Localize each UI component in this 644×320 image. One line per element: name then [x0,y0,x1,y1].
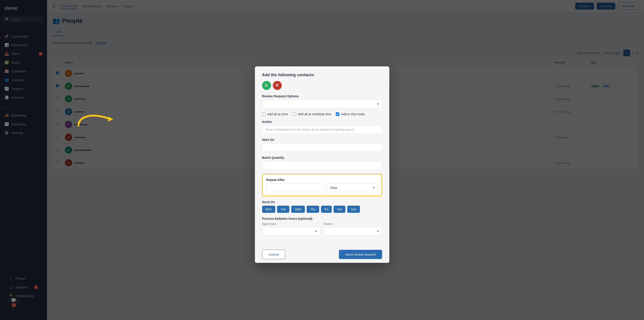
start-from-group: Start From [262,222,320,235]
modal-dialog: Add the following contacts: G R Review R… [255,66,389,263]
end-at-group: End At [324,222,382,235]
repeat-after-input[interactable] [266,183,324,192]
review-request-select[interactable] [262,100,382,108]
day-thu[interactable]: Thu [307,206,319,213]
end-at-wrapper [324,227,382,235]
batch-quantity-group: Batch Quantity [262,156,382,170]
repeat-unit-wrapper: Days Hours Weeks [327,183,378,192]
process-hours-group: Process between hours (optional) Start F… [262,217,382,235]
repeat-after-label: Repeat After [266,178,378,182]
add-all-at-once-label: Add all at once [268,112,288,116]
repeat-after-section: Repeat After Days Hours Weeks [262,174,382,196]
send-review-request-button[interactable]: Send review request [339,250,382,259]
day-sun[interactable]: Sun [347,206,360,213]
day-buttons: Mon Tue Wed Thu Fri Sat Sun [262,206,382,213]
add-in-drip-mode-label: Add in drip mode [341,112,365,116]
option-add-all-at-once[interactable]: Add all at once [262,112,288,116]
start-on-label: Start On [262,138,382,142]
add-all-at-schedule-time-checkbox[interactable] [292,112,296,116]
arrow-annotation [70,110,132,128]
start-from-select[interactable] [262,227,320,235]
action-label: Action [262,120,382,124]
review-request-label: Review Request Options [262,94,382,98]
svg-marker-0 [108,117,113,122]
process-hours-cols: Start From End At [262,222,382,235]
modal-overlay: Add the following contacts: G R Review R… [0,0,644,320]
add-all-at-schedule-time-label: Add all at schedule time [298,112,331,116]
day-fri[interactable]: Fri [321,206,332,213]
action-group: Action [262,120,382,134]
action-input[interactable] [262,125,382,134]
send-on-label: Send On [262,200,382,204]
contact-avatars: G R [262,81,382,90]
start-on-group: Start On [262,138,382,152]
day-tue[interactable]: Tue [277,206,290,213]
day-wed[interactable]: Wed [291,206,305,213]
send-on-group: Send On Mon Tue Wed Thu Fri Sat Sun [262,200,382,213]
process-between-label: Process between hours (optional) [262,217,382,220]
modal-body: Add the following contacts: G R Review R… [255,66,389,246]
day-mon[interactable]: Mon [262,206,275,213]
contact-avatar-r: R [273,81,282,90]
add-in-drip-mode-checkbox[interactable] [336,112,339,116]
option-add-in-drip-mode[interactable]: Add in drip mode [336,112,365,116]
review-request-group: Review Request Options [262,94,382,108]
cancel-button[interactable]: Cancel [262,250,286,259]
repeat-unit-select[interactable]: Days Hours Weeks [327,183,378,192]
add-all-at-once-checkbox[interactable] [262,112,266,116]
modal-title: Add the following contacts: [262,73,382,77]
review-request-select-wrapper [262,100,382,108]
batch-quantity-label: Batch Quantity [262,156,382,159]
batch-quantity-input[interactable] [262,161,382,170]
end-at-select[interactable] [324,227,382,235]
start-on-input[interactable] [262,143,382,152]
day-sat[interactable]: Sat [334,206,346,213]
option-add-all-at-schedule-time[interactable]: Add all at schedule time [292,112,331,116]
end-at-label: End At [324,222,382,226]
options-row: Add all at once Add all at schedule time… [262,112,382,116]
start-from-label: Start From [262,222,320,226]
modal-footer: Cancel Send review request [255,246,389,263]
contact-avatar-g: G [262,81,271,90]
start-from-wrapper [262,227,320,235]
repeat-after-row: Days Hours Weeks [266,183,378,192]
